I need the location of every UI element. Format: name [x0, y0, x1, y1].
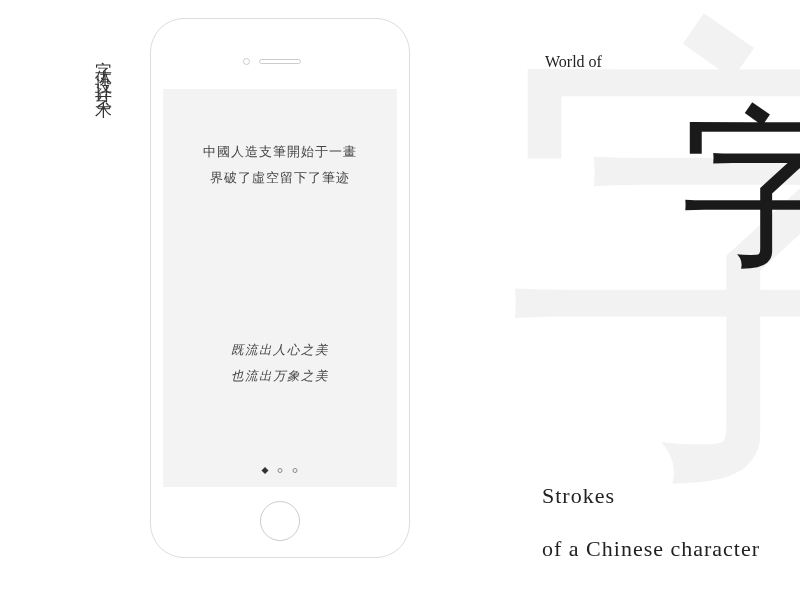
screen-text-upper: 中國人造支筆開始于一畫 界破了虛空留下了筆迹 — [203, 139, 357, 192]
page-dot-3[interactable] — [293, 468, 298, 473]
page-dot-2[interactable] — [278, 468, 283, 473]
bottom-title-line: of a Chinese character — [542, 523, 760, 576]
screen-text-lower: 既流出人心之美 也流出万象之美 — [231, 337, 329, 390]
phone-screen: 中國人造支筆開始于一畫 界破了虛空留下了筆迹 既流出人心之美 也流出万象之美 — [163, 89, 397, 487]
foreground-character: 字 — [680, 105, 800, 275]
bottom-title: Strokes of a Chinese character — [542, 470, 760, 576]
home-button[interactable] — [260, 501, 300, 541]
page-dot-1[interactable] — [261, 467, 268, 474]
phone-speaker-icon — [259, 59, 301, 64]
side-title-vertical: 字体设计艺术 — [92, 48, 115, 96]
screen-line: 中國人造支筆開始于一畫 — [203, 139, 357, 165]
screen-line: 也流出万象之美 — [231, 363, 329, 389]
screen-line: 既流出人心之美 — [231, 337, 329, 363]
phone-mockup: 中國人造支筆開始于一畫 界破了虛空留下了筆迹 既流出人心之美 也流出万象之美 — [150, 18, 410, 558]
bottom-title-line: Strokes — [542, 470, 760, 523]
page-indicator[interactable] — [263, 468, 298, 473]
phone-camera-icon — [243, 58, 250, 65]
screen-line: 界破了虛空留下了筆迹 — [203, 165, 357, 191]
